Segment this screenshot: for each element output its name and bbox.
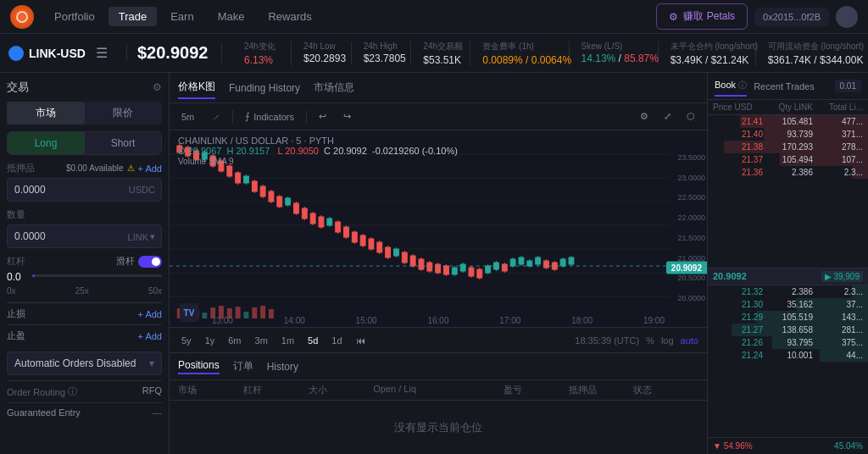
col-market: 市场 [178, 384, 243, 396]
settings-chart-icon[interactable]: ⚙ [635, 109, 654, 124]
time-label-1700: 17:00 [499, 316, 520, 325]
long-button[interactable]: Long [8, 132, 85, 154]
ask-row-5[interactable]: 21.36 2.386 2.3... [708, 166, 868, 179]
tf-1y[interactable]: 1y [202, 334, 219, 347]
tf-5d[interactable]: 5d [304, 334, 321, 347]
undo-button[interactable]: ↩ [314, 109, 331, 124]
tab-market[interactable]: 市场 [7, 102, 85, 125]
screenshot-icon[interactable]: ⬡ [682, 109, 700, 124]
collateral-currency: USDC [129, 185, 155, 195]
ticker-symbol[interactable]: LINK-USD ☰ [8, 45, 127, 61]
info-icon: ⓘ [68, 385, 77, 398]
petals-button[interactable]: ⚙ 赚取 Petals [656, 3, 748, 30]
tf-1d[interactable]: 1d [328, 334, 345, 347]
bid-row-4[interactable]: 21.27 138.658 281... [708, 324, 868, 336]
col-size: 大小 [309, 384, 374, 396]
time-label-1300: 13:00 [212, 316, 233, 325]
interval-selector[interactable]: 5m [176, 110, 199, 124]
ask-row-2[interactable]: 21.40 93.739 371... [708, 128, 868, 141]
svg-rect-44 [327, 219, 332, 225]
wallet-address[interactable]: 0x2015...0f2B [754, 8, 829, 26]
auto-orders-toggle[interactable]: Automatic Orders Disabled ▾ [7, 352, 162, 375]
svg-rect-20 [227, 166, 232, 176]
chart-canvas[interactable]: CHAINLINK / US DOLLAR · 5 · PYTH O 20.90… [170, 130, 707, 352]
bid-row-6[interactable]: 21.24 10.001 44... [708, 349, 868, 362]
size-currency: LINK ▾ [128, 231, 155, 242]
tab-book[interactable]: Book ⓘ [715, 76, 747, 97]
fullscreen-icon[interactable]: ⤢ [659, 109, 676, 124]
guaranteed-value: — [153, 407, 162, 418]
stoptarget-row: 止盈 + Add [7, 324, 162, 346]
y-label-3: 22.5000 [677, 193, 705, 202]
leverage-slider[interactable] [32, 274, 162, 277]
tf-1m[interactable]: 1m [278, 334, 298, 347]
tf-5y[interactable]: 5y [178, 334, 195, 347]
percent-icon[interactable]: % [646, 335, 654, 346]
stoptarget-label: 止盈 [7, 329, 25, 342]
chevron-down-icon[interactable]: ▾ [150, 231, 155, 242]
leverage-toggle-switch[interactable] [138, 256, 162, 268]
nav-make[interactable]: Make [208, 7, 255, 26]
ask-row-1[interactable]: 21.41 105.481 477... [708, 115, 868, 128]
svg-rect-80 [477, 269, 482, 278]
chart-symbol-title: CHAINLINK / US DOLLAR · 5 · PYTH [178, 136, 458, 146]
tf-6m[interactable]: 6m [225, 334, 244, 347]
nav-portfolio[interactable]: Portfolio [44, 7, 105, 26]
tab-funding-history[interactable]: Funding History [229, 79, 300, 97]
menu-icon[interactable]: ☰ [96, 45, 108, 61]
book-footer: ▼ 54.96% 45.04% [708, 437, 868, 454]
chart-toolbar: 5m ⟋ ⨍ Indicators ↩ ↪ ⚙ ⤢ ⬡ [170, 103, 707, 130]
guaranteed-label: Guaranteed Entry [7, 407, 81, 418]
col-status: 状态 [633, 384, 698, 396]
col-pnl: 盈亏 [504, 384, 569, 396]
nav-earn[interactable]: Earn [160, 7, 203, 26]
log-btn[interactable]: log [661, 335, 674, 346]
svg-rect-82 [486, 266, 491, 273]
ask-row-3[interactable]: 21.38 170.293 278... [708, 141, 868, 153]
tab-recent-trades[interactable]: Recent Trades [754, 78, 815, 95]
ask-row-4[interactable]: 21.37 105.494 107... [708, 153, 868, 166]
auto-btn[interactable]: auto [681, 335, 698, 346]
top-nav: Portfolio Trade Earn Make Rewards ⚙ 赚取 P… [0, 0, 868, 34]
leverage-row: 杠杆 滑杆 [7, 255, 162, 268]
y-label-2: 23.0000 [677, 174, 705, 182]
logo-icon[interactable] [10, 5, 34, 29]
panel-header: 交易 ⚙ [7, 80, 162, 95]
svg-rect-38 [302, 208, 307, 219]
order-type-tabs: 市场 限价 [7, 102, 162, 125]
book-precision[interactable]: 0.01 [835, 80, 861, 92]
chart-type-selector[interactable]: ⟋ [206, 110, 225, 124]
slider-50x: 50x [148, 286, 162, 296]
bid-row-3[interactable]: 21.29 105.519 143... [708, 311, 868, 324]
stoploss-add[interactable]: + Add [138, 309, 162, 319]
tab-positions[interactable]: Positions [178, 359, 220, 374]
tab-history[interactable]: History [267, 361, 298, 373]
tab-price-chart[interactable]: 价格K图 [178, 76, 215, 99]
nav-rewards[interactable]: Rewards [258, 7, 321, 26]
short-button[interactable]: Short [85, 132, 161, 154]
tf-3m[interactable]: 3m [252, 334, 271, 347]
user-avatar[interactable] [836, 6, 858, 28]
settings-icon[interactable]: ⚙ [153, 81, 162, 93]
tab-orders[interactable]: 订单 [233, 359, 253, 374]
stat-24h-volume: 24h交易额 $53.51K [411, 41, 470, 66]
bid-row-2[interactable]: 21.30 35.162 37... [708, 298, 868, 311]
nav-trade[interactable]: Trade [108, 7, 157, 26]
svg-rect-48 [344, 227, 349, 237]
indicators-button[interactable]: ⨍ Indicators [240, 109, 299, 124]
nav-right: ⚙ 赚取 Petals 0x2015...0f2B [656, 3, 858, 30]
bid-row-1[interactable]: 21.32 2.386 2.3... [708, 285, 868, 298]
replay-icon[interactable]: ⏮ [353, 334, 369, 347]
link-icon [8, 46, 24, 61]
ask-rows: 21.41 105.481 477... 21.40 93.739 371...… [708, 115, 868, 268]
order-routing-label: Order Routing ⓘ [7, 385, 77, 398]
time-label-1600: 16:00 [427, 316, 448, 325]
redo-button[interactable]: ↪ [338, 109, 356, 124]
svg-rect-70 [436, 264, 441, 273]
tab-market-info[interactable]: 市场信息 [314, 77, 354, 98]
svg-rect-74 [452, 268, 457, 274]
add-collateral-link[interactable]: + Add [138, 163, 162, 174]
tab-limit[interactable]: 限价 [85, 102, 163, 125]
stoptarget-add[interactable]: + Add [138, 331, 162, 341]
bid-row-5[interactable]: 21.26 93.795 375... [708, 336, 868, 349]
